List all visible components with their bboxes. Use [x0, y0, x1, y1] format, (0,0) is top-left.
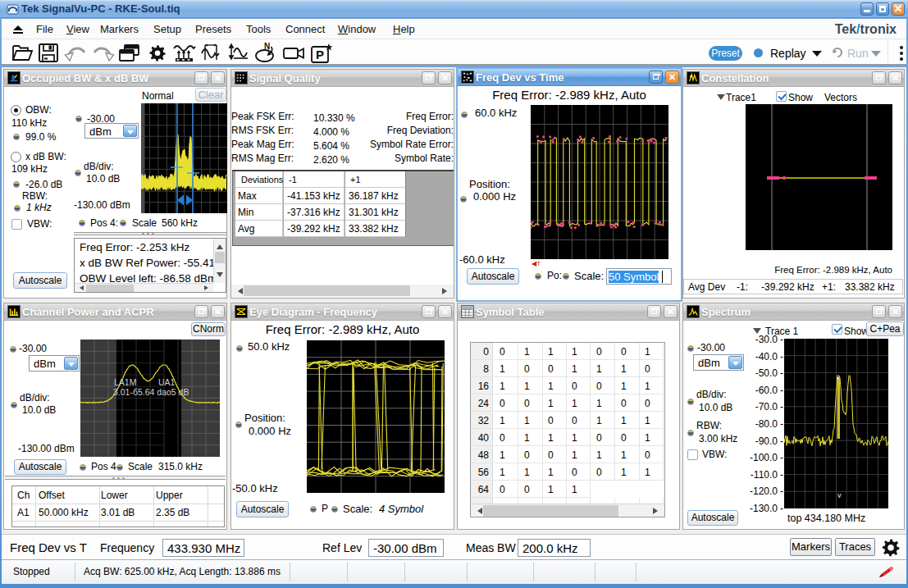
svg-text:3.01-б5.64 dао5 dB: 3.01-б5.64 dао5 dB [113, 387, 189, 397]
svg-text:P: P [316, 48, 324, 62]
svg-text:N: N [264, 42, 270, 51]
svg-text:UA1: UA1 [158, 377, 176, 387]
svg-text:LA1M: LA1M [114, 377, 136, 387]
svg-text:v: v [837, 491, 842, 499]
